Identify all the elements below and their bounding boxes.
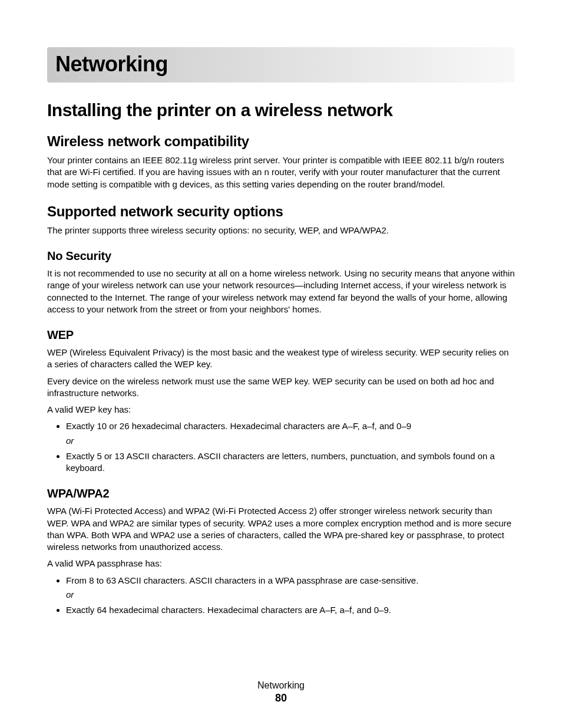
list-item-text: Exactly 5 or 13 ASCII characters. ASCII …: [66, 451, 495, 473]
subsub-heading-wep: WEP: [47, 328, 515, 342]
paragraph: WPA (Wi-Fi Protected Access) and WPA2 (W…: [47, 505, 515, 553]
paragraph: A valid WPA passphrase has:: [47, 558, 515, 569]
paragraph: Every device on the wireless network mus…: [47, 375, 515, 400]
list-item: From 8 to 63 ASCII characters. ASCII cha…: [66, 575, 515, 601]
list-item-text: From 8 to 63 ASCII characters. ASCII cha…: [66, 575, 418, 585]
subsection-heading-security: Supported network security options: [47, 203, 515, 220]
paragraph: The printer supports three wireless secu…: [47, 225, 515, 236]
paragraph: A valid WEP key has:: [47, 404, 515, 416]
section-heading: Installing the printer on a wireless net…: [47, 100, 515, 120]
paragraph: It is not recommended to use no security…: [47, 268, 515, 315]
footer-section-title: Networking: [0, 680, 562, 691]
footer-page-number: 80: [0, 692, 562, 704]
list-item-text: Exactly 10 or 26 hexadecimal characters.…: [66, 421, 411, 431]
or-separator: or: [66, 589, 515, 601]
or-separator: or: [66, 435, 515, 447]
page-footer: Networking 80: [0, 680, 562, 704]
bullet-list: Exactly 10 or 26 hexadecimal characters.…: [47, 420, 515, 474]
paragraph: WEP (Wireless Equivalent Privacy) is the…: [47, 347, 515, 371]
subsub-heading-no-security: No Security: [47, 249, 515, 263]
subsub-heading-wpa: WPA/WPA2: [47, 487, 515, 500]
list-item: Exactly 10 or 26 hexadecimal characters.…: [66, 420, 515, 447]
list-item-text: Exactly 64 hexadecimal characters. Hexad…: [66, 605, 391, 615]
list-item: Exactly 5 or 13 ASCII characters. ASCII …: [66, 450, 515, 475]
chapter-title: Networking: [47, 47, 515, 83]
document-page: Networking Installing the printer on a w…: [0, 0, 562, 728]
subsection-heading-compatibility: Wireless network compatibility: [47, 133, 515, 150]
paragraph: Your printer contains an IEEE 802.11g wi…: [47, 154, 515, 190]
bullet-list: From 8 to 63 ASCII characters. ASCII cha…: [47, 575, 515, 617]
list-item: Exactly 64 hexadecimal characters. Hexad…: [66, 604, 515, 616]
